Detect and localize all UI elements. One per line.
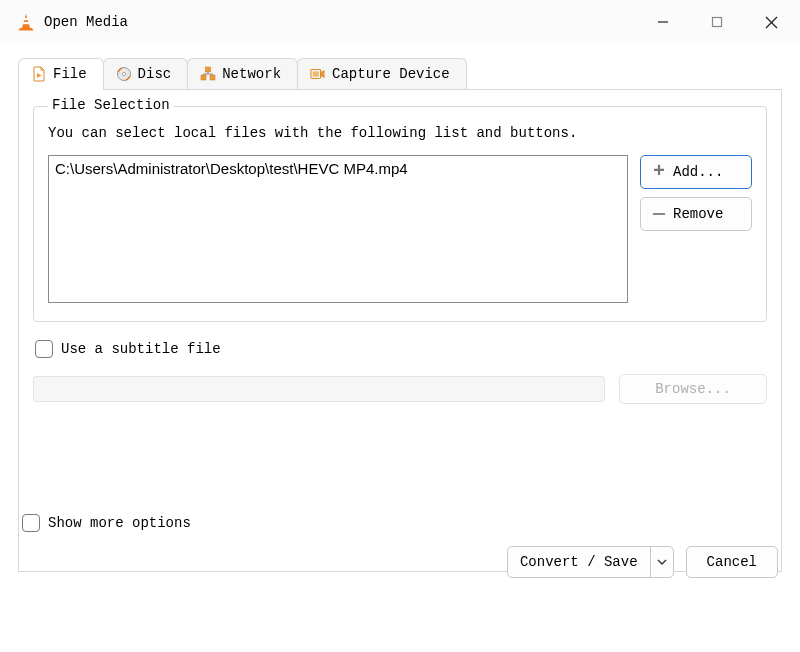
maximize-button[interactable] [690, 0, 744, 44]
capture-device-icon [310, 66, 326, 82]
network-icon [200, 66, 216, 82]
svg-rect-10 [206, 67, 211, 72]
file-icon [31, 66, 47, 82]
tab-label: Network [222, 66, 281, 82]
media-source-tabs: File Disc Networ [18, 58, 782, 90]
tab-label: Capture Device [332, 66, 450, 82]
tab-label: File [53, 66, 87, 82]
svg-point-7 [122, 72, 125, 75]
browse-button: Browse... [619, 374, 767, 404]
svg-rect-1 [23, 22, 29, 24]
vlc-cone-icon [16, 12, 36, 32]
tab-disc[interactable]: Disc [103, 58, 189, 89]
title-bar: Open Media [0, 0, 800, 44]
tab-network[interactable]: Network [187, 58, 298, 89]
svg-rect-8 [201, 75, 206, 80]
window-title: Open Media [44, 14, 636, 30]
add-button-label: Add... [673, 164, 723, 180]
minimize-button[interactable] [636, 0, 690, 44]
tab-panel-file: File Selection You can select local file… [18, 90, 782, 572]
cancel-button[interactable]: Cancel [686, 546, 778, 578]
svg-rect-9 [210, 75, 215, 80]
remove-button[interactable]: — Remove [640, 197, 752, 231]
use-subtitle-checkbox[interactable] [35, 340, 53, 358]
file-selection-group: File Selection You can select local file… [33, 106, 767, 322]
show-more-options-label: Show more options [48, 515, 191, 531]
subtitle-path-input [33, 376, 605, 402]
file-list-item[interactable]: C:\Users\Administrator\Desktop\test\HEVC… [55, 160, 621, 177]
window-controls [636, 0, 798, 44]
close-button[interactable] [744, 0, 798, 44]
tab-label: Disc [138, 66, 172, 82]
add-button[interactable]: + Add... [640, 155, 752, 189]
convert-save-split-button: Convert / Save [507, 546, 674, 578]
file-selection-legend: File Selection [48, 97, 174, 113]
convert-save-button[interactable]: Convert / Save [508, 547, 651, 577]
chevron-down-icon [657, 559, 667, 565]
plus-icon: + [651, 162, 667, 182]
svg-rect-12 [313, 71, 319, 76]
tab-capture-device[interactable]: Capture Device [297, 58, 467, 89]
convert-save-dropdown[interactable] [651, 547, 673, 577]
show-more-options-checkbox[interactable] [22, 514, 40, 532]
use-subtitle-label: Use a subtitle file [61, 341, 221, 357]
disc-icon [116, 66, 132, 82]
minus-icon: — [651, 204, 667, 224]
svg-rect-3 [713, 18, 722, 27]
tab-file[interactable]: File [18, 58, 104, 89]
remove-button-label: Remove [673, 206, 723, 222]
file-selection-helper: You can select local files with the foll… [48, 125, 752, 141]
svg-rect-0 [24, 18, 28, 20]
file-list[interactable]: C:\Users\Administrator\Desktop\test\HEVC… [48, 155, 628, 303]
